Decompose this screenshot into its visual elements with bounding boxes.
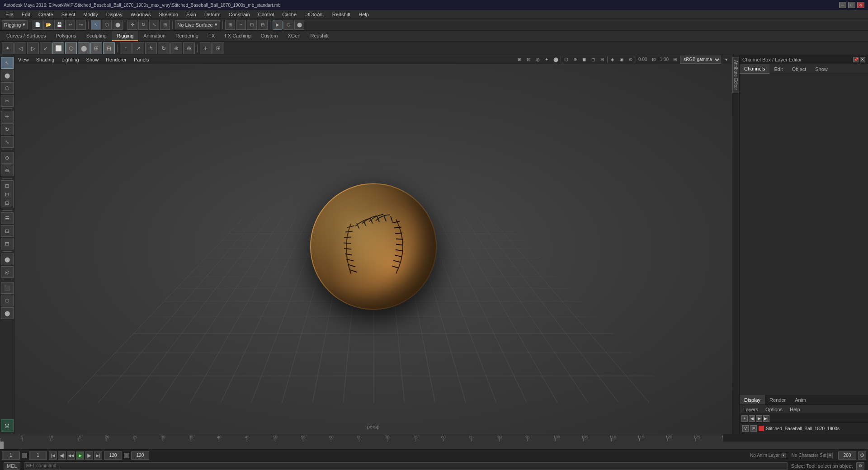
menu-item-select[interactable]: Select <box>58 11 79 18</box>
show-menu[interactable]: Show <box>85 57 101 62</box>
vp-icon-10[interactable]: ⊟ <box>598 56 606 64</box>
layer-color-swatch[interactable] <box>759 426 764 431</box>
vp-icon-15[interactable]: ⊞ <box>671 56 679 64</box>
menu-item-skeleton[interactable]: Skeleton <box>155 11 182 18</box>
tab-options[interactable]: Options <box>762 405 786 414</box>
menu-item-deform[interactable]: Deform <box>201 11 224 18</box>
vp-icon-3[interactable]: ◎ <box>533 56 542 64</box>
select-btn[interactable]: ↖ <box>91 20 101 30</box>
gamma-select[interactable]: sRGB gamma <box>680 56 721 64</box>
vp-icon-13[interactable]: ⊙ <box>627 56 635 64</box>
module-tab-polygons[interactable]: Polygons <box>51 31 80 41</box>
open-file-btn[interactable]: 📂 <box>43 20 53 30</box>
shelf-plus[interactable]: + <box>200 42 212 54</box>
view-menu[interactable]: View <box>16 57 31 62</box>
timeline-ruler[interactable] <box>0 434 868 442</box>
tab-object[interactable]: Object <box>787 64 811 74</box>
panels-menu[interactable]: Panels <box>132 57 151 62</box>
renderer-menu[interactable]: Renderer <box>104 57 128 62</box>
vp-icon-14[interactable]: ⊡ <box>650 56 658 64</box>
lasso-btn[interactable]: ⬡ <box>102 20 112 30</box>
layer-nav-next[interactable]: ▶ <box>756 415 762 422</box>
module-dropdown[interactable]: Rigging ▾ <box>2 20 28 29</box>
shelf-ik[interactable]: ⊕ <box>170 42 182 54</box>
move-btn[interactable]: ✛ <box>127 20 137 30</box>
module-tab-rigging[interactable]: Rigging <box>112 31 138 41</box>
menu-item-help[interactable]: Help <box>355 11 373 18</box>
panel-pin-btn[interactable]: 📌 <box>853 57 859 62</box>
redo-btn[interactable]: ↪ <box>76 20 86 30</box>
step-back-btn[interactable]: ◀| <box>58 451 66 460</box>
shelf-arrow-bend[interactable]: ↰ <box>145 42 157 54</box>
snap-grid-tool[interactable]: ⊞ <box>2 182 12 190</box>
range-end-box[interactable] <box>124 453 129 458</box>
menu-item-redshift[interactable]: Redshift <box>329 11 354 18</box>
joint-tool-btn[interactable]: ⊕ <box>1 152 14 164</box>
tab-help[interactable]: Help <box>786 405 804 414</box>
shading-menu[interactable]: Shading <box>34 57 56 62</box>
ipr-btn[interactable]: ⬡ <box>283 20 293 30</box>
module-tab-animation[interactable]: Animation <box>139 31 170 41</box>
module-tab-redshift[interactable]: Redshift <box>306 31 333 41</box>
max-range-input[interactable] <box>838 451 856 460</box>
shelf-arrow-down-left[interactable]: ↙ <box>40 42 52 54</box>
render-btn[interactable]: ⬤ <box>294 20 304 30</box>
tab-display[interactable]: Display <box>740 395 765 404</box>
mode-label[interactable]: MEL <box>4 462 20 470</box>
tab-render[interactable]: Render <box>765 395 790 404</box>
undo-btn[interactable]: ↩ <box>65 20 75 30</box>
rotate-btn[interactable]: ↻ <box>138 20 148 30</box>
snap-grid-btn[interactable]: ⊞ <box>225 20 235 30</box>
render-settings-btn[interactable]: ▶ <box>273 20 283 30</box>
module-tab-sculpting[interactable]: Sculpting <box>82 31 111 41</box>
move-tool-btn[interactable]: ✛ <box>1 111 14 122</box>
anim-layer-dropdown[interactable]: ▾ <box>781 453 786 458</box>
select-tool-btn[interactable]: ↖ <box>1 57 14 69</box>
menu-item-modify[interactable]: Modify <box>80 11 101 18</box>
time-slider-handle[interactable] <box>0 442 4 449</box>
menu-item-create[interactable]: Create <box>35 11 57 18</box>
vp-icon-9[interactable]: ◻ <box>589 56 597 64</box>
vp-icon-16[interactable]: ▾ <box>722 56 730 64</box>
status-icon-1[interactable]: ⚙ <box>856 462 864 470</box>
vp-icon-1[interactable]: ⊞ <box>515 56 524 64</box>
attr-editor-tab[interactable]: Attribute Editor <box>732 57 740 93</box>
module-tab-fx[interactable]: FX <box>204 31 219 41</box>
shelf-box[interactable]: ⊞ <box>90 42 102 54</box>
layer-playback-toggle[interactable]: P <box>750 425 757 432</box>
module-tab-fx-caching[interactable]: FX Caching <box>220 31 255 41</box>
menu-item-display[interactable]: Display <box>103 11 126 18</box>
snap-view-btn[interactable]: ⊟ <box>258 20 268 30</box>
maximize-button[interactable]: □ <box>848 2 855 8</box>
vp-icon-2[interactable]: ⊡ <box>524 56 533 64</box>
vp-icon-4[interactable]: ✦ <box>542 56 551 64</box>
menu-item---dtoall-[interactable]: -3DtoAll- <box>301 11 328 18</box>
module-tab-curves---surfaces[interactable]: Curves / Surfaces <box>2 31 50 41</box>
close-button[interactable]: ✕ <box>857 2 864 8</box>
command-input[interactable] <box>24 462 788 470</box>
char-set-dropdown[interactable]: ▾ <box>827 453 833 458</box>
shelf-ring[interactable]: ⬡ <box>65 42 77 54</box>
current-frame-input[interactable] <box>29 451 47 460</box>
scissors-btn[interactable]: ✂ <box>1 95 14 107</box>
range-start-input[interactable] <box>2 451 20 460</box>
scale-btn[interactable]: ⤡ <box>149 20 159 30</box>
snap-point-btn[interactable]: ⊡ <box>247 20 257 30</box>
range-start-box[interactable] <box>22 453 27 458</box>
transform-btn[interactable]: ⊞ <box>160 20 170 30</box>
module-tab-xgen[interactable]: XGen <box>283 31 305 41</box>
paint-select-btn[interactable]: ⬤ <box>1 70 14 81</box>
tab-anim[interactable]: Anim <box>790 395 811 404</box>
render-tool-btn[interactable]: ⬤ <box>1 254 14 265</box>
shelf-arrow-up[interactable]: ↑ <box>120 42 132 54</box>
viewport-canvas[interactable]: persp <box>14 64 732 434</box>
shelf-select[interactable]: ⬜ <box>52 42 64 54</box>
timeline-settings-btn[interactable]: ⚙ <box>858 451 866 460</box>
end-frame-input[interactable] <box>104 451 122 460</box>
menu-item-edit[interactable]: Edit <box>18 11 34 18</box>
shelf-arrow-left[interactable]: ◁ <box>14 42 26 54</box>
vp-icon-8[interactable]: ◼ <box>580 56 588 64</box>
minimize-button[interactable]: ─ <box>839 2 846 8</box>
shelf-grid[interactable]: ⊟ <box>103 42 115 54</box>
ik-tool-btn[interactable]: ⊗ <box>1 164 14 176</box>
